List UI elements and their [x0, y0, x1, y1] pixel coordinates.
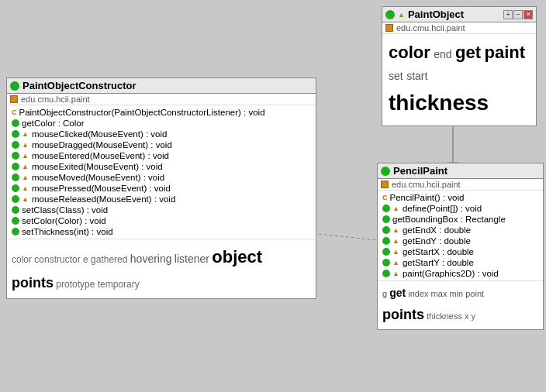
green-circle-icon	[382, 270, 390, 277]
green-circle-icon	[12, 206, 19, 214]
green-circle-icon	[382, 215, 390, 223]
member-text: getEndY : double	[403, 236, 471, 246]
member-row: ▲ mouseExited(MouseEvent) : void	[7, 161, 316, 172]
triangle-icon: ▲	[22, 174, 29, 181]
member-text: mousePressed(MouseEvent) : void	[32, 184, 171, 193]
pencil-paint-header: PencilPaint	[378, 163, 543, 179]
c-icon: C	[12, 108, 17, 116]
triangle-icon: ▲	[22, 195, 29, 203]
triangle-icon: ▲	[392, 248, 399, 256]
package-label: edu.cmu.hcii.paint	[21, 95, 90, 104]
c-icon: C	[382, 194, 388, 201]
tag-words-section: color constructor e gathered hovering li…	[7, 239, 316, 298]
member-text: mouseExited(MouseEvent) : void	[32, 162, 163, 171]
collapse-button[interactable]: −	[513, 10, 523, 19]
word-paint: paint	[485, 43, 526, 62]
green-circle-icon	[12, 195, 19, 203]
green-circle-icon	[12, 141, 19, 149]
member-row: setThickness(int) : void	[7, 226, 316, 237]
pencil-tag-words: g get index max min point points thickne…	[378, 280, 543, 329]
member-text: setColor(Color) : void	[22, 216, 106, 225]
member-row: getBoundingBox : Rectangle	[378, 214, 543, 225]
member-text: getEndX : double	[403, 225, 471, 235]
package-icon	[385, 24, 393, 32]
word-start: start	[406, 70, 427, 82]
member-row: ▲ mousePressed(MouseEvent) : void	[7, 183, 316, 194]
triangle-icon: ▲	[392, 226, 399, 234]
paint-object-words: color end get paint set start thickness	[382, 34, 536, 126]
member-text: getStartX : double	[403, 247, 474, 256]
package-icon	[381, 181, 389, 188]
member-row: ▲ getEndX : double	[378, 225, 543, 236]
word-end: end	[434, 48, 451, 60]
paint-object-constructor-header: PaintObjectConstructor	[7, 78, 316, 94]
member-text: PencilPaint() : void	[390, 193, 465, 202]
green-circle-icon	[382, 237, 390, 245]
paint-object-constructor-box: PaintObjectConstructor edu.cmu.hcii.pain…	[6, 77, 316, 299]
member-text: getStartY : double	[403, 258, 474, 267]
word-thickness: thickness	[389, 91, 489, 115]
member-row: ▲ paint(Graphics2D) : void	[378, 268, 543, 279]
paint-object-constructor-package: edu.cmu.hcii.paint	[7, 94, 316, 105]
green-circle-icon	[12, 184, 19, 192]
member-text: getBoundingBox : Rectangle	[392, 215, 506, 224]
green-circle-icon	[12, 152, 19, 160]
green-circle-icon	[12, 130, 19, 138]
member-row: setClass(Class) : void	[7, 205, 316, 215]
member-row: C PaintObjectConstructor(PaintObjectCons…	[7, 107, 316, 118]
close-button[interactable]: ✕	[524, 10, 533, 19]
triangle-icon: ▲	[392, 205, 399, 212]
tag-words: color constructor e gathered hovering li…	[12, 242, 311, 295]
class-icon	[381, 167, 390, 176]
member-text: mouseReleased(MouseEvent) : void	[32, 194, 175, 204]
paint-object-header: ▲ PaintObject + − ✕	[382, 7, 536, 22]
word-get: get	[455, 43, 481, 62]
green-circle-icon	[12, 174, 19, 181]
triangle-icon: ▲	[22, 184, 29, 192]
expand-button[interactable]: +	[503, 10, 513, 19]
member-row: ▲ getStartX : double	[378, 246, 543, 257]
triangle-icon: ▲	[392, 259, 399, 266]
abstract-icon: ▲	[398, 11, 405, 19]
member-row: ▲ mouseReleased(MouseEvent) : void	[7, 194, 316, 205]
member-text: define(Point[]) : void	[403, 204, 482, 213]
green-circle-icon	[382, 205, 390, 212]
member-row: C PencilPaint() : void	[378, 192, 543, 203]
member-row: ▲ getStartY : double	[378, 257, 543, 268]
green-circle-icon	[12, 228, 19, 236]
member-row: ▲ mouseDragged(MouseEvent) : void	[7, 139, 316, 150]
green-circle-icon	[382, 226, 390, 234]
class-icon	[10, 81, 19, 91]
green-circle-icon	[382, 248, 390, 256]
package-label: edu.cmu.hcii.paint	[392, 180, 461, 189]
triangle-icon: ▲	[392, 270, 399, 277]
member-row: setColor(Color) : void	[7, 215, 316, 226]
member-text: setClass(Class) : void	[22, 205, 108, 215]
member-text: mouseClicked(MouseEvent) : void	[32, 129, 168, 139]
member-row: getColor : Color	[7, 118, 316, 129]
member-row: ▲ mouseClicked(MouseEvent) : void	[7, 129, 316, 139]
pencil-paint-body: C PencilPaint() : void ▲ define(Point[])…	[378, 191, 543, 280]
member-row: ▲ getEndY : double	[378, 236, 543, 246]
paint-object-box: ▲ PaintObject + − ✕ edu.cmu.hcii.paint c…	[382, 6, 537, 126]
package-label: edu.cmu.hcii.paint	[396, 23, 465, 33]
member-text: paint(Graphics2D) : void	[403, 269, 499, 278]
word-color: color	[389, 43, 430, 62]
member-row: ▲ define(Point[]) : void	[378, 203, 543, 214]
triangle-icon: ▲	[22, 130, 29, 138]
triangle-icon: ▲	[22, 152, 29, 160]
triangle-icon: ▲	[22, 141, 29, 149]
class-icon	[385, 10, 395, 19]
pencil-paint-package: edu.cmu.hcii.paint	[378, 179, 543, 191]
paint-object-title: PaintObject	[408, 9, 464, 20]
member-text: mouseEntered(MouseEvent) : void	[32, 151, 169, 160]
member-text: mouseDragged(MouseEvent) : void	[32, 140, 172, 150]
member-text: getColor : Color	[22, 119, 85, 128]
member-text: setThickness(int) : void	[22, 227, 113, 236]
member-row: ▲ mouseMoved(MouseEvent) : void	[7, 172, 316, 183]
member-text: PaintObjectConstructor(PaintObjectConstr…	[19, 108, 265, 117]
pencil-paint-title: PencilPaint	[393, 165, 540, 177]
member-text: mouseMoved(MouseEvent) : void	[32, 173, 164, 182]
paint-object-constructor-body: C PaintObjectConstructor(PaintObjectCons…	[7, 105, 316, 239]
green-circle-icon	[12, 119, 19, 127]
